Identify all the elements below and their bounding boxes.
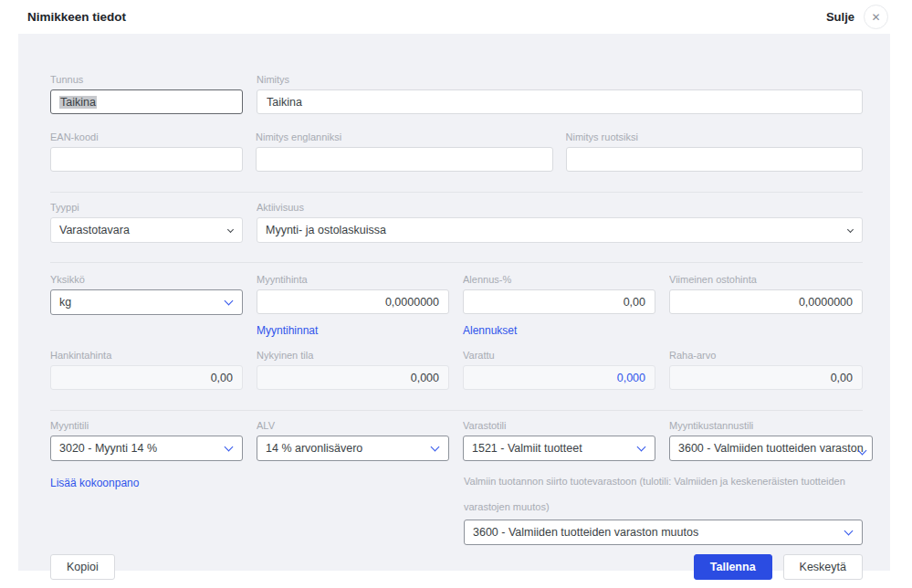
tyyppi-select[interactable]: Varastotavara	[50, 217, 243, 243]
row-names: EAN-koodi Nimitys englanniksi Nimitys ru…	[50, 131, 863, 172]
field-hankintahinta: Hankintahinta	[50, 350, 243, 390]
myyntihinta-input[interactable]	[257, 289, 449, 314]
yksikko-select[interactable]: kg	[50, 289, 243, 315]
dialog-header: Nimikkeen tiedot Sulje ✕	[0, 0, 912, 34]
tunnus-selected-text: Taikina	[59, 96, 97, 109]
field-myyntitili: Myyntitili 3020 - Myynti 14 %	[50, 420, 243, 461]
chevron-down-icon	[225, 442, 234, 451]
assembly-area: Lisää kokoonpano	[50, 468, 464, 545]
alennus-label: Alennus-%	[463, 274, 655, 285]
field-aktiivisuus: Aktiivisuus Myynti- ja ostolaskuissa	[257, 202, 863, 243]
field-nimitys-en: Nimitys englanniksi	[256, 131, 553, 172]
section-divider	[50, 192, 863, 193]
alv-value: 14 % arvonlisävero	[266, 442, 425, 455]
field-nykyinen-tila: Nykyinen tila	[257, 350, 449, 390]
close-controls: Sulje ✕	[826, 5, 888, 29]
varastotili-select[interactable]: 1521 - Valmiit tuotteet	[463, 436, 655, 461]
field-myyntihinta: Myyntihinta Myyntihinnat	[257, 274, 449, 334]
field-nimitys: Nimitys	[257, 74, 863, 114]
varattu-value-link[interactable]	[463, 365, 655, 390]
tallenna-button[interactable]: Tallenna	[694, 554, 772, 580]
siirto-label: Valmiin tuotannon siirto tuotevarastoon …	[464, 468, 863, 520]
nimitys-en-label: Nimitys englanniksi	[256, 131, 553, 142]
aktiivisuus-label: Aktiivisuus	[257, 202, 863, 213]
yksikko-value: kg	[59, 296, 218, 309]
myyntikustannustili-label: Myyntikustannustili	[669, 420, 873, 431]
nimitys-sv-label: Nimitys ruotsiksi	[566, 131, 864, 142]
field-alennus: Alennus-% Alennukset	[463, 274, 655, 334]
chevron-down-icon	[844, 526, 854, 535]
field-tyyppi: Tyyppi Varastotavara	[50, 202, 243, 243]
nykyinen-tila-input	[257, 365, 449, 390]
field-tunnus: Tunnus Taikina	[50, 74, 243, 114]
aktiivisuus-value: Myynti- ja ostolaskuissa	[266, 224, 841, 236]
myyntihinta-label: Myyntihinta	[257, 274, 449, 285]
tyyppi-value: Varastotavara	[59, 224, 221, 236]
row-transfer: Lisää kokoonpano Valmiin tuotannon siirt…	[50, 468, 863, 545]
alennus-input[interactable]	[463, 289, 655, 314]
field-varattu: Varattu	[463, 350, 655, 390]
myyntitili-select[interactable]: 3020 - Myynti 14 %	[50, 436, 243, 461]
transfer-area: Valmiin tuotannon siirto tuotevarastoon …	[464, 468, 863, 545]
close-button-label[interactable]: Sulje	[826, 10, 854, 24]
tyyppi-label: Tyyppi	[50, 202, 243, 213]
chevron-down-icon	[431, 442, 440, 451]
myyntitili-value: 3020 - Myynti 14 %	[59, 442, 218, 455]
row-stock: Hankintahinta Nykyinen tila Varattu Raha…	[50, 350, 863, 390]
close-icon: ✕	[871, 11, 880, 24]
action-bar: Kopioi Tallenna Keskeytä	[50, 554, 863, 580]
section-divider	[50, 410, 863, 411]
viimeinen-ostohinta-label: Viimeinen ostohinta	[669, 274, 863, 285]
alennukset-link[interactable]: Alennukset	[463, 324, 517, 337]
row-pricing: Yksikkö kg Myyntihinta Myyntihinnat Alen…	[50, 274, 863, 334]
alv-label: ALV	[257, 420, 449, 431]
close-button[interactable]: ✕	[864, 5, 888, 29]
field-raha-arvo: Raha-arvo	[669, 350, 863, 390]
myyntikustannustili-select[interactable]: 3600 - Valmiiden tuotteiden varaston	[669, 436, 873, 461]
section-divider	[50, 262, 863, 263]
myyntikustannustili-value: 3600 - Valmiiden tuotteiden varaston	[678, 442, 864, 455]
field-ean: EAN-koodi	[50, 131, 243, 172]
row-identifiers: Tunnus Taikina Nimitys	[50, 74, 863, 114]
nimitys-label: Nimitys	[257, 74, 863, 85]
nimitys-en-input[interactable]	[256, 147, 553, 172]
raha-arvo-label: Raha-arvo	[669, 350, 863, 361]
raha-arvo-input	[669, 365, 863, 390]
chevron-down-icon	[225, 296, 234, 305]
siirto-tili-value: 3600 - Valmiiden tuotteiden varaston muu…	[473, 526, 838, 539]
nimitys-input[interactable]	[257, 89, 863, 114]
row-accounts: Myyntitili 3020 - Myynti 14 % ALV 14 % a…	[50, 420, 863, 461]
chevron-down-icon	[847, 226, 854, 232]
tunnus-label: Tunnus	[50, 74, 243, 85]
tunnus-input[interactable]: Taikina	[50, 89, 243, 114]
field-alv: ALV 14 % arvonlisävero	[257, 420, 449, 461]
chevron-down-icon	[637, 442, 646, 451]
nykyinen-tila-label: Nykyinen tila	[257, 350, 449, 361]
varastotili-value: 1521 - Valmiit tuotteet	[472, 442, 631, 455]
item-details-form: Tunnus Taikina Nimitys EAN-koodi Nimitys…	[18, 34, 890, 571]
row-type: Tyyppi Varastotavara Aktiivisuus Myynti-…	[50, 202, 863, 243]
field-nimitys-sv: Nimitys ruotsiksi	[566, 131, 864, 172]
myyntihinnat-link[interactable]: Myyntihinnat	[257, 324, 318, 337]
ean-label: EAN-koodi	[50, 131, 243, 142]
viimeinen-ostohinta-input[interactable]	[669, 289, 863, 314]
lisaa-kokoonpano-link[interactable]: Lisää kokoonpano	[50, 477, 139, 489]
hankintahinta-label: Hankintahinta	[50, 350, 243, 361]
myyntitili-label: Myyntitili	[50, 420, 243, 431]
ean-input[interactable]	[50, 147, 243, 172]
keskeyta-button[interactable]: Keskeytä	[783, 554, 863, 580]
yksikko-label: Yksikkö	[50, 274, 243, 285]
varastotili-label: Varastotili	[463, 420, 655, 431]
alv-select[interactable]: 14 % arvonlisävero	[257, 436, 449, 461]
chevron-down-icon	[227, 226, 234, 232]
varattu-label: Varattu	[463, 350, 655, 361]
field-viimeinen-ostohinta: Viimeinen ostohinta	[669, 274, 863, 334]
action-bar-right: Tallenna Keskeytä	[694, 554, 863, 580]
field-yksikko: Yksikkö kg	[50, 274, 243, 334]
siirto-tili-select[interactable]: 3600 - Valmiiden tuotteiden varaston muu…	[464, 520, 863, 545]
hankintahinta-input	[50, 365, 243, 390]
kopioi-button[interactable]: Kopioi	[50, 554, 115, 580]
aktiivisuus-select[interactable]: Myynti- ja ostolaskuissa	[257, 217, 863, 243]
nimitys-sv-input[interactable]	[566, 147, 864, 172]
page-title: Nimikkeen tiedot	[27, 10, 126, 24]
